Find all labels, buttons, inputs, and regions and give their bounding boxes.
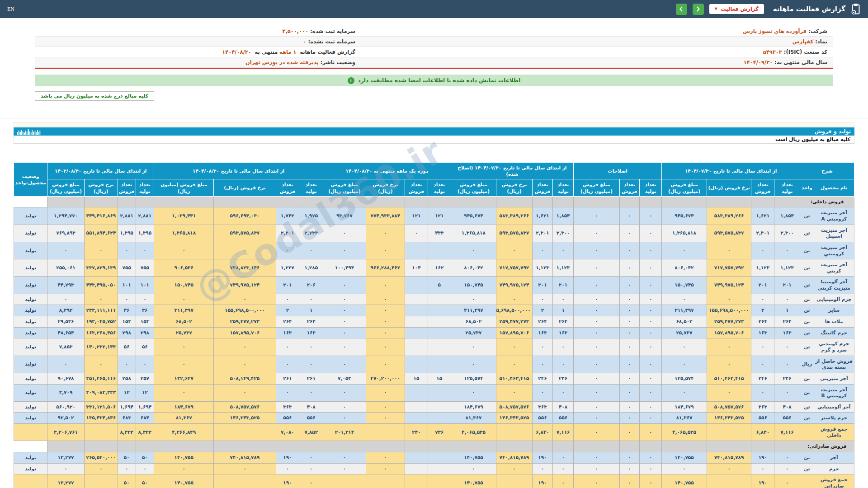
value-cell: ۱۴۰,۷۵۵ <box>451 452 496 463</box>
value-cell: ۲۵۷ <box>136 373 154 384</box>
value-cell: ۲۹,۵۳۶ <box>47 316 84 328</box>
million-rial-note: کلیه مبالغ درج شده به میلیون ریال می باش… <box>35 91 154 101</box>
symbol-label: نماد: <box>815 38 827 45</box>
value-cell: ۰ <box>574 259 620 277</box>
value-cell: ۱۴۶,۳۴۳,۵۲۵ <box>707 413 751 424</box>
registered-capital-value: ۲,۵۰۰,۰۰۰ <box>282 28 310 34</box>
value-cell: ۱۹۰ <box>532 452 553 463</box>
value-cell: ۰ <box>553 463 574 474</box>
value-cell: ۲۵۹,۴۷۷,۲۷۳ <box>214 316 276 328</box>
value-cell: ۲,۳۰۰ <box>553 225 574 242</box>
value-cell: ۰ <box>662 356 707 373</box>
value-cell: ۱,۲۹۴,۷۷۰ <box>47 207 84 225</box>
report-period-length: ۱ ماهه <box>279 49 298 55</box>
value-cell: ۲۶۱ <box>299 373 323 384</box>
value-cell: ۸۱,۳۶۷ <box>154 413 214 424</box>
value-cell: ۱۴۰,۷۵۵ <box>662 474 707 488</box>
value-cell: ۰ <box>619 207 640 225</box>
value-cell: ۰ <box>619 373 640 384</box>
section-row: فروش صادراتی: <box>14 441 854 452</box>
value-cell: ۴۸,۶۵۴ <box>47 327 84 338</box>
tolid-header: تعداد تولید <box>774 179 800 196</box>
table-row: آجر منیزیت کرومیتي Aتن۱,۸۵۴۱,۶۲۱۵۸۳,۳۸۹,… <box>14 207 854 225</box>
value-cell: ۰ <box>532 463 553 474</box>
value-cell: ۵۵۶ <box>751 413 774 424</box>
status-cell: تولید <box>14 463 47 474</box>
value-cell: ۲۰۶ <box>299 277 323 294</box>
value-cell: ۰ <box>323 242 366 259</box>
value-cell: ۰ <box>214 338 276 356</box>
value-cell: ۰ <box>574 356 620 373</box>
status-cell <box>14 474 47 488</box>
value-cell: ۰ <box>619 259 640 277</box>
value-cell: ۰ <box>366 413 405 424</box>
value-cell: ۱۶۳ <box>532 327 553 338</box>
unit-cell: تن <box>800 259 814 277</box>
value-cell: ۰ <box>366 452 405 463</box>
value-cell: ۱۶۳ <box>774 327 800 338</box>
table-row: آجر آلومینیا منیزیت کربنيتن۲۰۱۲۰۱۷۴۹,۹۷۵… <box>14 277 854 294</box>
product-name-cell: فروش حاصل از بسته بندي <box>814 356 854 373</box>
value-cell: ۲۶۱ <box>276 373 299 384</box>
product-name-cell: آجر منیزیت کرومیتي B <box>814 384 854 401</box>
tolid-header: تعداد تولید <box>136 179 154 196</box>
value-cell: ۲۵۹,۴۷۷,۲۷۳ <box>707 316 751 328</box>
company-label: شرکت: <box>808 28 827 34</box>
value-cell: ۰ <box>276 463 299 474</box>
value-cell: ۰ <box>574 413 620 424</box>
value-cell: ۲ <box>751 305 774 316</box>
value-cell: ۰ <box>751 242 774 259</box>
value-cell: ۰ <box>299 474 323 488</box>
value-cell <box>428 356 451 373</box>
value-cell: ۰ <box>84 356 118 373</box>
nerkh-header: نرخ فروش (ریال) <box>707 179 751 196</box>
value-cell: ۰ <box>366 294 405 305</box>
value-cell <box>707 424 751 441</box>
value-cell: ۰ <box>532 338 553 356</box>
value-cell: ۵۵۱,۸۹۴,۶۲۴ <box>84 225 118 242</box>
product-name-cell: آجر منیزیت کربني <box>814 259 854 277</box>
previous-report-button[interactable] <box>676 4 687 15</box>
value-cell: ۳۱۱,۳۹۷ <box>662 305 707 316</box>
value-cell: ۴,۰۶۵,۵۳۵ <box>451 424 496 441</box>
value-cell: ۰ <box>640 242 662 259</box>
value-cell: ۸,۳۲۲ <box>136 424 154 441</box>
value-cell <box>428 474 451 488</box>
next-report-button[interactable] <box>693 4 704 15</box>
value-cell: ۰ <box>574 452 620 463</box>
status-cell: تولید <box>14 316 47 328</box>
value-cell: ۰ <box>299 338 323 356</box>
value-cell: ۰ <box>574 277 620 294</box>
value-cell <box>214 424 276 441</box>
tolid-header: تعداد تولید <box>640 179 662 196</box>
value-cell <box>405 294 428 305</box>
value-cell: ۷۴۰,۸۱۵,۷۸۹ <box>496 452 532 463</box>
value-cell: ۶,۸۴۰ <box>532 424 553 441</box>
value-cell <box>428 452 451 463</box>
value-cell: ۱۵۳ <box>118 316 136 328</box>
language-toggle[interactable]: EN <box>7 6 14 13</box>
info-row: سال مالی منتهی به:۱۴۰۴/۰۹/۳۰ وضعیت ناشر:… <box>35 57 833 68</box>
product-name-cell: جرم پلاستر <box>814 413 854 424</box>
value-cell: ۲,۸۸۱ <box>118 207 136 225</box>
value-cell: ۰ <box>299 384 323 401</box>
mablagh-header: مبلغ فروش (میلیون ریال) <box>323 179 366 196</box>
value-cell: ۰ <box>323 413 366 424</box>
value-cell: ۳۳۷,۸۲۹,۱۳۹ <box>84 259 118 277</box>
product-name-cell: آجر آلومینیایي <box>814 401 854 413</box>
value-cell: ۵۱۰,۴۶۳,۴۱۵ <box>707 373 751 384</box>
value-cell: ۲۴۶ <box>774 373 800 384</box>
value-cell: ۱,۱۲۳ <box>553 259 574 277</box>
value-cell: ۴۴۳,۴۹۵,۰۵۰ <box>84 277 118 294</box>
value-cell: ۰ <box>366 401 405 413</box>
value-cell: ۰ <box>619 413 640 424</box>
value-cell: ۱۰۰,۴۹۴ <box>323 259 366 277</box>
value-cell: ۸۰۶,۰۴۲ <box>451 259 496 277</box>
value-cell <box>428 338 451 356</box>
scroll-strip[interactable] <box>14 122 854 127</box>
value-cell <box>405 327 428 338</box>
value-cell: ۰ <box>323 277 366 294</box>
value-cell: ۰ <box>707 294 751 305</box>
report-type-dropdown[interactable]: گزارش فعالیت ▼ <box>709 4 764 14</box>
table-row: آجر منیزیت کرومیتيتن۰۰۰۰۰۰۰۰۰۰۰۰۰۰۰۰۰۰۰۰… <box>14 242 854 259</box>
